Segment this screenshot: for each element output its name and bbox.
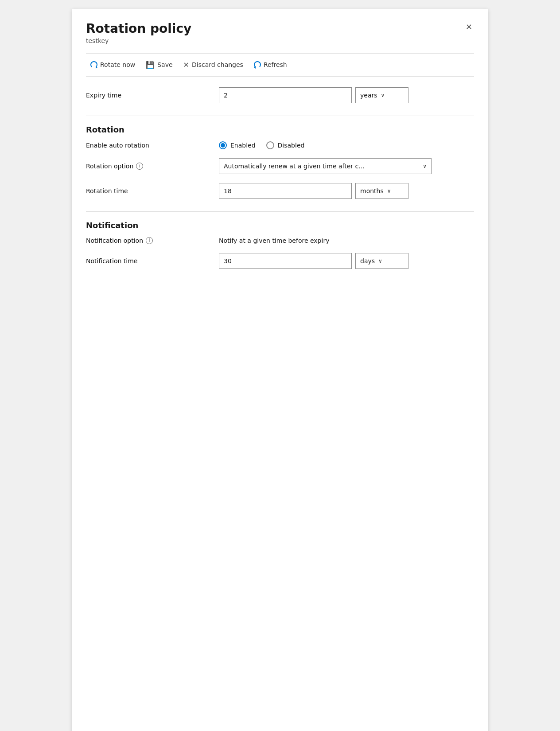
enabled-radio-circle[interactable] [219, 141, 227, 149]
notification-time-unit-value: days [360, 257, 375, 264]
rotate-icon [90, 61, 97, 68]
rotation-time-input[interactable] [219, 183, 352, 199]
save-icon: 💾 [146, 61, 155, 69]
rotation-option-chevron: ∨ [423, 163, 427, 169]
notification-option-controls: Notify at a given time before expiry [219, 237, 474, 244]
expiry-unit-dropdown[interactable]: years ∨ [355, 87, 408, 103]
notification-time-unit-chevron: ∨ [378, 258, 382, 264]
refresh-label: Refresh [264, 61, 287, 68]
enabled-label: Enabled [230, 142, 256, 149]
notification-time-unit-dropdown[interactable]: days ∨ [355, 253, 408, 269]
rotation-divider [86, 116, 474, 116]
notification-time-controls: days ∨ [219, 253, 474, 269]
rotation-time-label: Rotation time [86, 187, 219, 194]
rotation-time-unit-value: months [360, 187, 384, 194]
rotation-option-controls: Automatically renew at a given time afte… [219, 158, 474, 174]
notification-option-label: Notification option i [86, 237, 219, 244]
notification-time-row: Notification time days ∨ [86, 253, 474, 269]
rotation-option-label: Rotation option i [86, 163, 219, 170]
panel-subtitle: testkey [86, 37, 191, 44]
rotation-section: Rotation Enable auto rotation Enabled Di… [86, 125, 474, 199]
notification-option-info-icon[interactable]: i [146, 237, 153, 244]
rotation-time-unit-chevron: ∨ [387, 188, 391, 194]
auto-rotation-controls: Enabled Disabled [219, 141, 474, 149]
auto-rotation-row: Enable auto rotation Enabled Disabled [86, 141, 474, 149]
save-label: Save [157, 61, 172, 68]
rotation-time-row: Rotation time months ∨ [86, 183, 474, 199]
notification-time-label: Notification time [86, 257, 219, 264]
rotation-policy-panel: Rotation policy testkey ✕ Rotate now 💾 S… [72, 9, 488, 731]
save-button[interactable]: 💾 Save [141, 58, 177, 72]
auto-rotation-label: Enable auto rotation [86, 142, 219, 149]
toolbar: Rotate now 💾 Save ✕ Discard changes Refr… [86, 53, 474, 77]
rotation-time-controls: months ∨ [219, 183, 474, 199]
panel-title-group: Rotation policy testkey [86, 21, 191, 51]
notification-option-value: Notify at a given time before expiry [219, 237, 329, 244]
notification-divider [86, 211, 474, 212]
panel-title: Rotation policy [86, 21, 191, 36]
refresh-button[interactable]: Refresh [249, 58, 292, 71]
rotation-option-info-icon[interactable]: i [136, 163, 143, 170]
expiry-unit-chevron: ∨ [381, 92, 385, 98]
disabled-radio-circle[interactable] [266, 141, 274, 149]
enabled-radio-option[interactable]: Enabled [219, 141, 256, 149]
rotation-option-value: Automatically renew at a given time afte… [224, 163, 365, 170]
notification-option-row: Notification option i Notify at a given … [86, 237, 474, 244]
expiry-time-input[interactable] [219, 87, 352, 103]
discard-icon: ✕ [183, 61, 189, 69]
rotation-time-unit-dropdown[interactable]: months ∨ [355, 183, 408, 199]
rotate-now-button[interactable]: Rotate now [86, 58, 140, 71]
expiry-time-row: Expiry time years ∨ [86, 87, 474, 103]
panel-header: Rotation policy testkey ✕ [86, 21, 474, 51]
disabled-label: Disabled [278, 142, 305, 149]
discard-changes-label: Discard changes [192, 61, 243, 68]
disabled-radio-option[interactable]: Disabled [266, 141, 305, 149]
expiry-unit-value: years [360, 92, 377, 99]
rotation-option-dropdown[interactable]: Automatically renew at a given time afte… [219, 158, 432, 174]
expiry-section: Expiry time years ∨ [86, 87, 474, 103]
rotation-section-title: Rotation [86, 125, 474, 134]
notification-time-input[interactable] [219, 253, 352, 269]
notification-section-title: Notification [86, 221, 474, 230]
expiry-time-controls: years ∨ [219, 87, 474, 103]
rotate-now-label: Rotate now [100, 61, 135, 68]
close-button[interactable]: ✕ [464, 21, 474, 33]
rotation-option-row: Rotation option i Automatically renew at… [86, 158, 474, 174]
discard-changes-button[interactable]: ✕ Discard changes [179, 58, 248, 72]
close-icon: ✕ [466, 22, 472, 31]
refresh-icon [254, 61, 261, 68]
notification-section: Notification Notification option i Notif… [86, 221, 474, 269]
expiry-time-label: Expiry time [86, 92, 219, 99]
